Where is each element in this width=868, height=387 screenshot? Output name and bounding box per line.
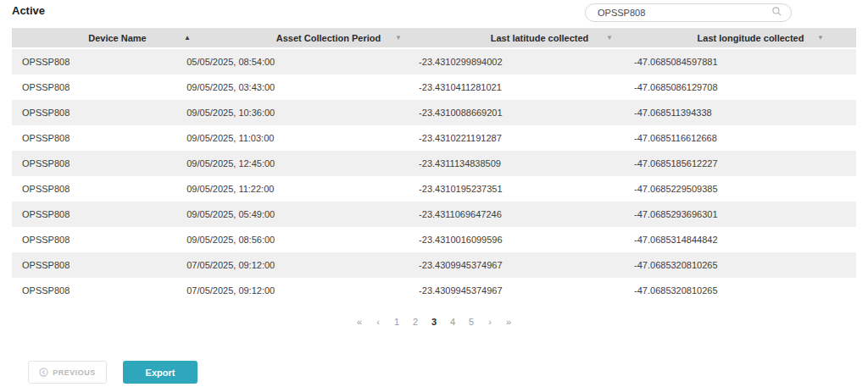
caret-down-icon[interactable]: ▼ bbox=[817, 35, 824, 41]
table-row: OPSSP808 07/05/2025, 09:12:00 -23.430994… bbox=[12, 278, 856, 303]
cell-device-name: OPSSP808 bbox=[12, 260, 176, 270]
table-row: OPSSP808 09/05/2025, 05:49:00 -23.431106… bbox=[12, 202, 856, 227]
pagination-prev[interactable]: ‹ bbox=[373, 317, 384, 327]
column-header-device-name[interactable]: Device Name ▲ bbox=[12, 28, 223, 47]
table-row: OPSSP808 09/05/2025, 03:43:00 -23.431041… bbox=[12, 75, 856, 100]
pagination-page-4[interactable]: 4 bbox=[448, 317, 459, 327]
device-activity-screen: Active Device Name ▲ Asset Collection Pe… bbox=[0, 0, 868, 387]
circle-arrow-left-icon bbox=[39, 368, 48, 377]
column-header-label: Last longitude collected bbox=[698, 33, 804, 43]
table-row: OPSSP808 09/05/2025, 10:36:00 -23.431008… bbox=[12, 100, 856, 125]
cell-last-latitude: -23.4310088669201 bbox=[409, 108, 624, 118]
sort-ascending-icon[interactable]: ▲ bbox=[184, 35, 191, 41]
cell-last-latitude: -23.4309945374967 bbox=[409, 260, 624, 270]
cell-last-longitude: -47.0685320810265 bbox=[624, 285, 856, 296]
cell-last-longitude: -47.068511394338 bbox=[624, 108, 856, 118]
table-header-row: Device Name ▲ Asset Collection Period ▼ … bbox=[12, 28, 856, 49]
cell-asset-collection-period: 05/05/2025, 08:54:00 bbox=[176, 57, 409, 67]
caret-down-icon[interactable]: ▼ bbox=[395, 35, 402, 41]
cell-device-name: OPSSP808 bbox=[12, 209, 176, 219]
cell-last-longitude: -47.0685320810265 bbox=[624, 260, 856, 270]
cell-last-longitude: -47.0685185612227 bbox=[624, 158, 856, 169]
cell-asset-collection-period: 09/05/2025, 03:43:00 bbox=[176, 82, 409, 92]
column-header-label: Last latitude collected bbox=[491, 33, 589, 43]
cell-last-latitude: -23.4310411281021 bbox=[409, 82, 624, 92]
cell-last-latitude: -23.4310221191287 bbox=[409, 133, 624, 143]
table-row: OPSSP808 07/05/2025, 09:12:00 -23.430994… bbox=[12, 252, 856, 278]
cell-device-name: OPSSP808 bbox=[12, 57, 176, 67]
pagination-last[interactable]: » bbox=[504, 317, 515, 327]
cell-asset-collection-period: 09/05/2025, 11:03:00 bbox=[176, 133, 409, 143]
cell-last-longitude: -47.0685086129708 bbox=[624, 82, 856, 92]
cell-device-name: OPSSP808 bbox=[12, 235, 176, 245]
pagination: «‹12345›» bbox=[0, 317, 868, 327]
cell-last-longitude: -47.0685229509385 bbox=[624, 184, 856, 194]
pagination-next[interactable]: › bbox=[485, 317, 496, 327]
column-header-label: Asset Collection Period bbox=[276, 33, 381, 43]
cell-last-longitude: -47.0685116612668 bbox=[624, 133, 856, 143]
table-row: OPSSP808 09/05/2025, 11:22:00 -23.431019… bbox=[12, 176, 856, 202]
table-row: OPSSP808 09/05/2025, 08:56:00 -23.431001… bbox=[12, 227, 856, 252]
device-table: Device Name ▲ Asset Collection Period ▼ … bbox=[12, 28, 856, 303]
table-row: OPSSP808 05/05/2025, 08:54:00 -23.431029… bbox=[12, 49, 856, 75]
cell-device-name: OPSSP808 bbox=[12, 184, 176, 194]
cell-asset-collection-period: 07/05/2025, 09:12:00 bbox=[176, 260, 409, 270]
cell-last-longitude: -47.0685293696301 bbox=[624, 209, 856, 219]
cell-last-latitude: -23.4310016099596 bbox=[409, 235, 624, 245]
cell-asset-collection-period: 09/05/2025, 12:45:00 bbox=[176, 158, 409, 169]
table-body: OPSSP808 05/05/2025, 08:54:00 -23.431029… bbox=[12, 49, 856, 303]
cell-last-latitude: -23.4310195237351 bbox=[409, 184, 624, 194]
cell-device-name: OPSSP808 bbox=[12, 133, 176, 143]
cell-asset-collection-period: 09/05/2025, 05:49:00 bbox=[176, 209, 409, 219]
column-header-asset-collection-period[interactable]: Asset Collection Period ▼ bbox=[223, 28, 434, 47]
cell-last-longitude: -47.0685084597881 bbox=[624, 57, 856, 67]
pagination-page-1[interactable]: 1 bbox=[392, 317, 403, 327]
search-icon[interactable] bbox=[771, 5, 782, 20]
cell-asset-collection-period: 09/05/2025, 11:22:00 bbox=[176, 184, 409, 194]
cell-last-latitude: -23.4310299894002 bbox=[409, 57, 624, 67]
cell-device-name: OPSSP808 bbox=[12, 158, 176, 169]
search-input[interactable] bbox=[598, 8, 771, 18]
column-header-last-longitude[interactable]: Last longitude collected ▼ bbox=[645, 28, 856, 47]
cell-last-latitude: -23.4309945374967 bbox=[409, 285, 624, 296]
pagination-page-3[interactable]: 3 bbox=[429, 317, 440, 327]
previous-button[interactable]: PREVIOUS bbox=[28, 361, 107, 384]
table-row: OPSSP808 09/05/2025, 11:03:00 -23.431022… bbox=[12, 125, 856, 151]
cell-last-latitude: -23.4311134838509 bbox=[409, 158, 624, 169]
cell-device-name: OPSSP808 bbox=[12, 108, 176, 118]
column-header-label: Device Name bbox=[88, 33, 147, 43]
search-box bbox=[585, 3, 792, 22]
export-button[interactable]: Export bbox=[123, 361, 198, 384]
cell-device-name: OPSSP808 bbox=[12, 82, 176, 92]
cell-last-latitude: -23.4311069647246 bbox=[409, 209, 624, 219]
previous-button-label: PREVIOUS bbox=[53, 368, 96, 377]
cell-asset-collection-period: 07/05/2025, 09:12:00 bbox=[176, 285, 409, 296]
pagination-page-5[interactable]: 5 bbox=[466, 317, 477, 327]
caret-down-icon[interactable]: ▼ bbox=[606, 35, 613, 41]
cell-asset-collection-period: 09/05/2025, 08:56:00 bbox=[176, 235, 409, 245]
table-row: OPSSP808 09/05/2025, 12:45:00 -23.431113… bbox=[12, 151, 856, 176]
column-header-last-latitude[interactable]: Last latitude collected ▼ bbox=[434, 28, 645, 47]
cell-asset-collection-period: 09/05/2025, 10:36:00 bbox=[176, 108, 409, 118]
page-title: Active bbox=[12, 4, 45, 17]
cell-last-longitude: -47.0685314844842 bbox=[624, 235, 856, 245]
cell-device-name: OPSSP808 bbox=[12, 285, 176, 296]
pagination-first[interactable]: « bbox=[354, 317, 365, 327]
pagination-page-2[interactable]: 2 bbox=[410, 317, 421, 327]
